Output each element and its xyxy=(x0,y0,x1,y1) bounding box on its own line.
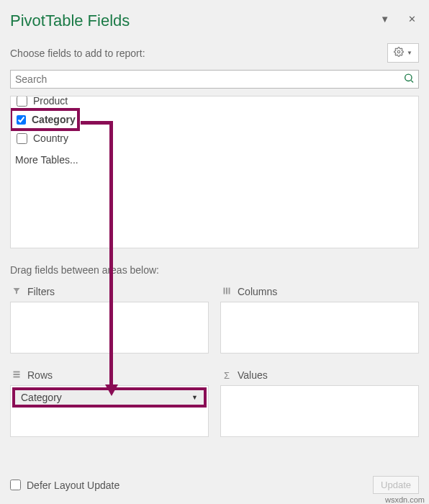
field-checkbox[interactable] xyxy=(17,114,26,125)
sub-row: Choose fields to add to report: ▼ xyxy=(10,43,419,63)
search-input[interactable] xyxy=(10,70,419,89)
task-options-icon[interactable]: ▼ xyxy=(377,11,392,27)
area-label: Columns xyxy=(238,286,277,297)
columns-area[interactable]: Columns xyxy=(220,284,419,354)
search-wrap xyxy=(10,70,419,89)
rows-icon xyxy=(12,370,22,381)
annotation-arrow xyxy=(109,121,113,135)
area-label: Filters xyxy=(27,286,55,297)
svg-rect-3 xyxy=(224,287,225,294)
watermark: wsxdn.com xyxy=(385,495,425,504)
drag-instruction: Drag fields between areas below: xyxy=(10,264,419,276)
field-item-category[interactable]: Category xyxy=(10,108,80,131)
title-buttons: ▼ ✕ xyxy=(377,11,419,27)
area-label: Rows xyxy=(27,369,53,381)
svg-rect-4 xyxy=(226,287,227,294)
field-checkbox[interactable] xyxy=(17,133,27,144)
more-tables-link[interactable]: More Tables... xyxy=(11,147,418,173)
pivottable-fields-pane: PivotTable Fields ▼ ✕ Choose fields to a… xyxy=(0,0,429,504)
field-item-country[interactable]: Country xyxy=(11,130,418,147)
title-bar: PivotTable Fields ▼ ✕ xyxy=(10,12,419,30)
annotation-arrow xyxy=(81,121,113,125)
caret-down-icon: ▼ xyxy=(407,50,412,56)
svg-rect-8 xyxy=(14,376,20,377)
close-icon[interactable]: ✕ xyxy=(405,11,419,27)
field-label: Category xyxy=(32,114,76,125)
svg-point-0 xyxy=(397,50,400,53)
annotation-arrow xyxy=(109,134,113,387)
defer-update-toggle[interactable]: Defer Layout Update xyxy=(10,480,119,491)
caret-down-icon[interactable]: ▼ xyxy=(191,394,198,401)
rows-item-label: Category xyxy=(21,392,62,403)
field-label: Product xyxy=(33,96,68,107)
area-header: Columns xyxy=(220,284,419,302)
annotation-arrow-head xyxy=(105,384,118,396)
update-button: Update xyxy=(373,476,419,494)
area-label: Values xyxy=(238,369,268,381)
field-list[interactable]: Product Category Country More Tables... xyxy=(10,96,419,248)
defer-checkbox[interactable] xyxy=(10,480,21,490)
area-body[interactable] xyxy=(220,385,419,437)
svg-rect-5 xyxy=(229,287,230,294)
tools-button[interactable]: ▼ xyxy=(387,43,419,63)
defer-label: Defer Layout Update xyxy=(27,480,119,491)
columns-icon xyxy=(222,287,232,297)
field-label: Country xyxy=(33,132,68,144)
area-header: Σ Values xyxy=(220,368,419,385)
values-area[interactable]: Σ Values xyxy=(220,368,419,437)
svg-rect-7 xyxy=(14,374,20,375)
area-body[interactable] xyxy=(220,302,419,354)
choose-fields-label: Choose fields to add to report: xyxy=(10,48,145,59)
svg-rect-6 xyxy=(14,371,20,372)
footer: Defer Layout Update Update xyxy=(10,476,419,494)
gear-icon xyxy=(394,47,404,59)
filter-icon xyxy=(12,287,22,297)
field-checkbox[interactable] xyxy=(17,96,27,107)
sigma-icon: Σ xyxy=(222,370,232,381)
pane-title: PivotTable Fields xyxy=(10,12,130,30)
areas-grid: Filters Columns Rows Category xyxy=(10,284,419,437)
